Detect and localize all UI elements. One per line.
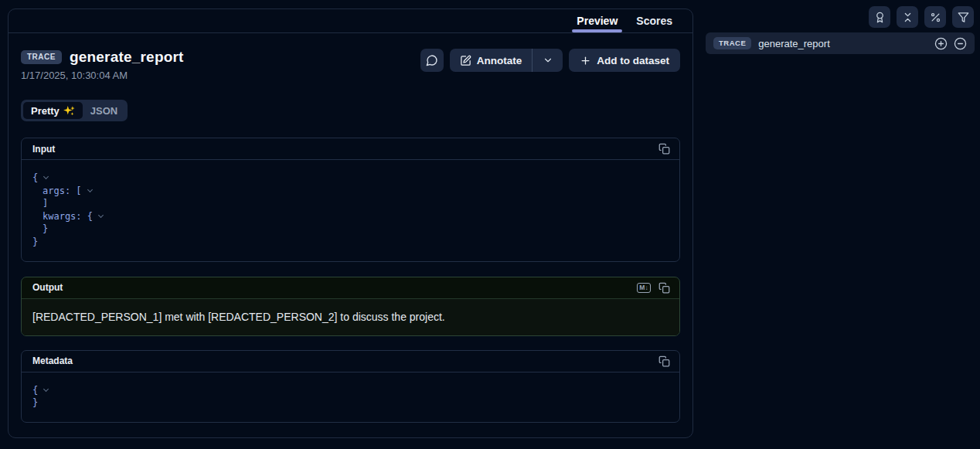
chevron-down-icon xyxy=(543,55,553,66)
annotate-label: Annotate xyxy=(477,55,522,66)
add-to-dataset-button[interactable]: Add to dataset xyxy=(569,49,680,72)
input-json-view: {args: []kwargs: {}} xyxy=(22,160,679,261)
view-mode-toggle: Pretty JSON xyxy=(21,100,128,121)
metadata-json-view: {} xyxy=(22,372,679,422)
code-line: } xyxy=(32,396,669,410)
code-line: { xyxy=(32,172,669,185)
trace-title-row: TRACE generate_report 1/17/2025, 10:30:0… xyxy=(21,49,680,81)
trace-timestamp: 1/17/2025, 10:30:04 AM xyxy=(21,70,184,81)
code-line: args: [ xyxy=(32,185,669,198)
output-section-title: Output xyxy=(32,282,63,293)
annotate-dropdown-button[interactable] xyxy=(533,49,563,72)
circle-plus-icon xyxy=(934,37,948,50)
preview-content: TRACE generate_report 1/17/2025, 10:30:0… xyxy=(9,33,692,437)
comment-button[interactable] xyxy=(420,49,444,72)
filter-icon xyxy=(958,12,969,23)
metadata-section-title: Metadata xyxy=(32,355,73,366)
copy-icon xyxy=(658,355,670,367)
code-line: kwargs: { xyxy=(32,210,669,223)
annotate-button[interactable]: Annotate xyxy=(450,49,533,72)
input-section-header: Input xyxy=(22,138,679,160)
annotate-split-button: Annotate xyxy=(450,49,563,72)
trace-item-name: generate_report xyxy=(758,38,830,49)
code-text: } xyxy=(43,223,48,236)
fold-chevron-icon[interactable] xyxy=(43,174,49,179)
copy-icon xyxy=(658,143,670,155)
tab-scores[interactable]: Scores xyxy=(627,9,682,32)
trace-type-badge: TRACE xyxy=(713,37,751,50)
page: Preview Scores TRACE generate_report 1/1… xyxy=(0,0,980,449)
copy-icon xyxy=(658,282,670,294)
code-line: } xyxy=(32,223,669,236)
tab-preview[interactable]: Preview xyxy=(567,9,627,32)
scores-award-button[interactable] xyxy=(869,6,890,28)
code-text: args: [ xyxy=(43,185,82,198)
code-text: { xyxy=(32,172,38,185)
sidebar-toolbar xyxy=(693,0,980,28)
code-line: ] xyxy=(32,197,669,210)
toggle-pretty[interactable]: Pretty xyxy=(23,102,83,119)
copy-input-button[interactable] xyxy=(658,143,670,155)
comment-icon xyxy=(426,54,438,66)
sparkles-icon xyxy=(63,105,75,116)
copy-metadata-button[interactable] xyxy=(658,355,670,367)
input-section: Input {args: []kwargs: {}} xyxy=(21,138,680,262)
trace-preview-panel: Preview Scores TRACE generate_report 1/1… xyxy=(8,9,693,438)
filter-button[interactable] xyxy=(952,6,974,28)
active-tab-underline xyxy=(572,29,622,32)
code-text: kwargs: { xyxy=(43,210,93,223)
collapse-vertical-icon xyxy=(902,12,914,23)
code-text: { xyxy=(32,384,38,397)
toggle-json-label: JSON xyxy=(90,105,117,117)
plus-icon xyxy=(580,55,591,66)
toggle-pretty-label: Pretty xyxy=(31,105,60,117)
percentage-button[interactable] xyxy=(924,6,946,28)
metadata-section-header: Metadata xyxy=(22,351,679,372)
trace-tree-item[interactable]: TRACE generate_report xyxy=(706,32,975,54)
percent-icon xyxy=(930,12,941,23)
tab-preview-label: Preview xyxy=(577,15,618,27)
output-section-header: Output M↓ xyxy=(22,277,679,299)
code-line: { xyxy=(32,384,669,397)
page-title: generate_report xyxy=(70,49,184,66)
output-body: [REDACTED_PERSON_1] met with [REDACTED_P… xyxy=(22,299,679,335)
code-text: ] xyxy=(43,197,48,210)
code-line: } xyxy=(32,236,669,249)
trace-actions: Annotate Add to dataset xyxy=(420,49,680,72)
collapse-all-button[interactable] xyxy=(897,6,918,28)
award-icon xyxy=(874,12,886,23)
toggle-json[interactable]: JSON xyxy=(83,102,125,119)
fold-chevron-icon[interactable] xyxy=(98,213,104,218)
tab-bar: Preview Scores xyxy=(9,9,692,33)
add-to-dataset-label: Add to dataset xyxy=(597,55,669,66)
copy-output-button[interactable] xyxy=(658,282,670,294)
circle-minus-icon xyxy=(954,37,967,50)
output-text: [REDACTED_PERSON_1] met with [REDACTED_P… xyxy=(22,299,679,335)
markdown-toggle-button[interactable]: M↓ xyxy=(637,283,651,293)
trace-title-block: TRACE generate_report 1/17/2025, 10:30:0… xyxy=(21,49,184,81)
code-text: } xyxy=(32,396,38,410)
output-section: Output M↓ [REDACTED_PERSON_1] met wit xyxy=(21,277,680,336)
markdown-icon: M↓ xyxy=(637,283,651,293)
input-section-title: Input xyxy=(32,144,55,155)
annotate-icon xyxy=(460,55,471,66)
fold-chevron-icon[interactable] xyxy=(43,386,49,392)
expand-all-button[interactable] xyxy=(934,37,948,50)
trace-tree-sidebar: TRACE generate_report xyxy=(693,0,980,449)
metadata-section: Metadata {} xyxy=(21,350,680,423)
tab-scores-label: Scores xyxy=(636,15,672,27)
collapse-item-button[interactable] xyxy=(954,37,967,50)
fold-chevron-icon[interactable] xyxy=(87,187,93,192)
trace-type-badge: TRACE xyxy=(21,50,62,64)
code-text: } xyxy=(32,236,38,249)
